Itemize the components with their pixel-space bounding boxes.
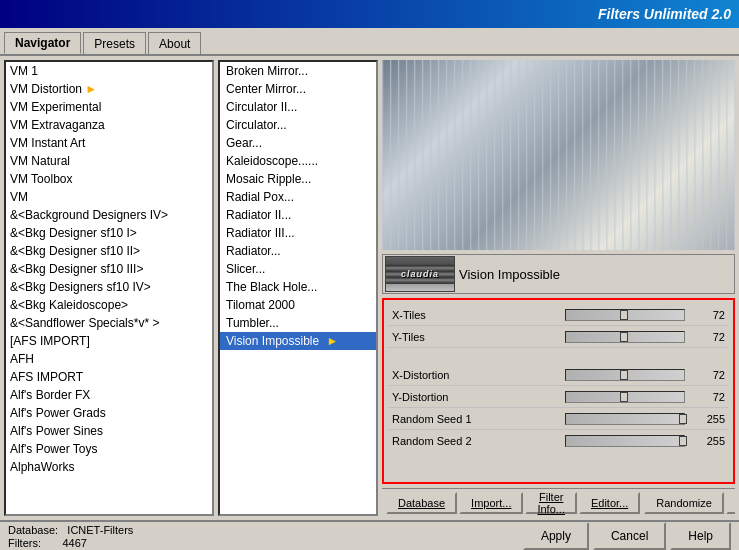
nav-item-alfs-border-fx[interactable]: Alf's Border FX bbox=[6, 386, 212, 404]
params-panel: X-Tiles72Y-Tiles72X-Distortion72Y-Distor… bbox=[382, 298, 735, 484]
navigator-list[interactable]: VM 1VM Distortion ►VM ExperimentalVM Ext… bbox=[6, 62, 212, 514]
param-label-random-seed-1: Random Seed 1 bbox=[388, 413, 561, 425]
param-value-y-tiles: 72 bbox=[689, 331, 729, 343]
bottom-toolbar: Database Import... Filter Info... Editor… bbox=[382, 488, 735, 516]
plugin-logo-bar: claudia Vision Impossible bbox=[382, 254, 735, 294]
right-panel: claudia Vision Impossible X-Tiles72Y-Til… bbox=[382, 60, 735, 516]
tab-bar: Navigator Presets About bbox=[0, 28, 739, 56]
plugin-logo: claudia bbox=[385, 256, 455, 292]
param-row-y-distortion: Y-Distortion72 bbox=[388, 386, 729, 408]
nav-item-bkg-designer-sf10-ii[interactable]: &<Bkg Designer sf10 II> bbox=[6, 242, 212, 260]
tab-navigator[interactable]: Navigator bbox=[4, 32, 81, 54]
nav-item-alphaworks[interactable]: AlphaWorks bbox=[6, 458, 212, 476]
tab-about[interactable]: About bbox=[148, 32, 201, 54]
filter-list[interactable]: Broken Mirror...Center Mirror...Circulat… bbox=[220, 62, 376, 514]
filter-item-the-black-hole[interactable]: The Black Hole... bbox=[220, 278, 376, 296]
filter-item-center-mirror[interactable]: Center Mirror... bbox=[220, 80, 376, 98]
app-title: Filters Unlimited 2.0 bbox=[598, 6, 731, 22]
status-info: Database: ICNET-Filters Filters: 4467 bbox=[8, 524, 523, 549]
nav-item-vm-experimental[interactable]: VM Experimental bbox=[6, 98, 212, 116]
param-slider-x-distortion[interactable] bbox=[565, 369, 685, 381]
param-label-y-distortion: Y-Distortion bbox=[388, 391, 561, 403]
param-slider-y-tiles[interactable] bbox=[565, 331, 685, 343]
filter-item-radial-pox[interactable]: Radial Pox... bbox=[220, 188, 376, 206]
filter-item-circulator[interactable]: Circulator... bbox=[220, 116, 376, 134]
param-row-x-distortion: X-Distortion72 bbox=[388, 364, 729, 386]
param-label-x-distortion: X-Distortion bbox=[388, 369, 561, 381]
reset-button[interactable]: Reset bbox=[726, 492, 735, 514]
filter-item-kaleidoscope[interactable]: Kaleidoscope...... bbox=[220, 152, 376, 170]
preview-image bbox=[382, 60, 735, 250]
nav-item-vm-natural[interactable]: VM Natural bbox=[6, 152, 212, 170]
nav-item-afs-import[interactable]: AFS IMPORT bbox=[6, 368, 212, 386]
nav-item-sandflower-specials[interactable]: &<Sandflower Specials*v* > bbox=[6, 314, 212, 332]
import-button[interactable]: Import... bbox=[459, 492, 523, 514]
filter-item-circulator-ii[interactable]: Circulator II... bbox=[220, 98, 376, 116]
plugin-logo-text: claudia bbox=[401, 269, 439, 279]
filter-item-gear[interactable]: Gear... bbox=[220, 134, 376, 152]
filter-info-button[interactable]: Filter Info... bbox=[525, 492, 577, 514]
param-value-x-distortion: 72 bbox=[689, 369, 729, 381]
nav-item-bg-designers-iv[interactable]: &<Background Designers IV> bbox=[6, 206, 212, 224]
param-label-x-tiles: X-Tiles bbox=[388, 309, 561, 321]
param-slider-random-seed-2[interactable] bbox=[565, 435, 685, 447]
param-slider-random-seed-1[interactable] bbox=[565, 413, 685, 425]
param-row-random-seed-2: Random Seed 2255 bbox=[388, 430, 729, 452]
filter-item-tilomat-2000[interactable]: Tilomat 2000 bbox=[220, 296, 376, 314]
filter-item-radiator-ii[interactable]: Radiator II... bbox=[220, 206, 376, 224]
nav-item-bkg-designers-sf10-iv[interactable]: &<Bkg Designers sf10 IV> bbox=[6, 278, 212, 296]
content-area: VM 1VM Distortion ►VM ExperimentalVM Ext… bbox=[0, 56, 739, 520]
preview-area bbox=[382, 60, 735, 250]
nav-item-vm-distortion[interactable]: VM Distortion ► bbox=[6, 80, 212, 98]
navigator-panel: VM 1VM Distortion ►VM ExperimentalVM Ext… bbox=[4, 60, 214, 516]
nav-item-alfs-power-sines[interactable]: Alf's Power Sines bbox=[6, 422, 212, 440]
nav-item-afh[interactable]: AFH bbox=[6, 350, 212, 368]
param-slider-x-tiles[interactable] bbox=[565, 309, 685, 321]
nav-item-bkg-designer-sf10-i[interactable]: &<Bkg Designer sf10 I> bbox=[6, 224, 212, 242]
param-slider-y-distortion[interactable] bbox=[565, 391, 685, 403]
randomize-button[interactable]: Randomize bbox=[644, 492, 724, 514]
param-row-x-tiles: X-Tiles72 bbox=[388, 304, 729, 326]
nav-item-vm-extravaganza[interactable]: VM Extravaganza bbox=[6, 116, 212, 134]
param-value-y-distortion: 72 bbox=[689, 391, 729, 403]
action-buttons: Apply Cancel Help bbox=[523, 522, 731, 550]
param-label-random-seed-2: Random Seed 2 bbox=[388, 435, 561, 447]
nav-item-bkg-kaleidoscope[interactable]: &<Bkg Kaleidoscope> bbox=[6, 296, 212, 314]
param-row-y-tiles: Y-Tiles72 bbox=[388, 326, 729, 348]
help-button[interactable]: Help bbox=[670, 522, 731, 550]
cancel-button[interactable]: Cancel bbox=[593, 522, 666, 550]
main-container: Navigator Presets About VM 1VM Distortio… bbox=[0, 28, 739, 550]
nav-item-vm1[interactable]: VM 1 bbox=[6, 62, 212, 80]
param-value-x-tiles: 72 bbox=[689, 309, 729, 321]
apply-button[interactable]: Apply bbox=[523, 522, 589, 550]
param-value-random-seed-2: 255 bbox=[689, 435, 729, 447]
filter-name: Vision Impossible bbox=[459, 267, 732, 282]
database-status: Database: ICNET-Filters bbox=[8, 524, 523, 536]
status-bar: Database: ICNET-Filters Filters: 4467 Ap… bbox=[0, 520, 739, 550]
filter-item-broken-mirror[interactable]: Broken Mirror... bbox=[220, 62, 376, 80]
filter-item-radiator[interactable]: Radiator... bbox=[220, 242, 376, 260]
nav-item-afs-import-bracket[interactable]: [AFS IMPORT] bbox=[6, 332, 212, 350]
database-button[interactable]: Database bbox=[386, 492, 457, 514]
filters-status: Filters: 4467 bbox=[8, 537, 523, 549]
nav-item-vm[interactable]: VM bbox=[6, 188, 212, 206]
filter-item-vision-impossible[interactable]: Vision Impossible ► bbox=[220, 332, 376, 350]
tab-presets[interactable]: Presets bbox=[83, 32, 146, 54]
editor-button[interactable]: Editor... bbox=[579, 492, 640, 514]
nav-item-alfs-power-grads[interactable]: Alf's Power Grads bbox=[6, 404, 212, 422]
nav-item-bkg-designer-sf10-iii[interactable]: &<Bkg Designer sf10 III> bbox=[6, 260, 212, 278]
param-value-random-seed-1: 255 bbox=[689, 413, 729, 425]
nav-item-alfs-power-toys[interactable]: Alf's Power Toys bbox=[6, 440, 212, 458]
title-bar: Filters Unlimited 2.0 bbox=[0, 0, 739, 28]
filter-item-mosaic-ripple[interactable]: Mosaic Ripple... bbox=[220, 170, 376, 188]
param-label-y-tiles: Y-Tiles bbox=[388, 331, 561, 343]
param-row-random-seed-1: Random Seed 1255 bbox=[388, 408, 729, 430]
filter-item-radiator-iii[interactable]: Radiator III... bbox=[220, 224, 376, 242]
filter-item-slicer[interactable]: Slicer... bbox=[220, 260, 376, 278]
nav-item-vm-toolbox[interactable]: VM Toolbox bbox=[6, 170, 212, 188]
nav-item-vm-instant-art[interactable]: VM Instant Art bbox=[6, 134, 212, 152]
filter-panel: Broken Mirror...Center Mirror...Circulat… bbox=[218, 60, 378, 516]
filter-item-tumbler[interactable]: Tumbler... bbox=[220, 314, 376, 332]
